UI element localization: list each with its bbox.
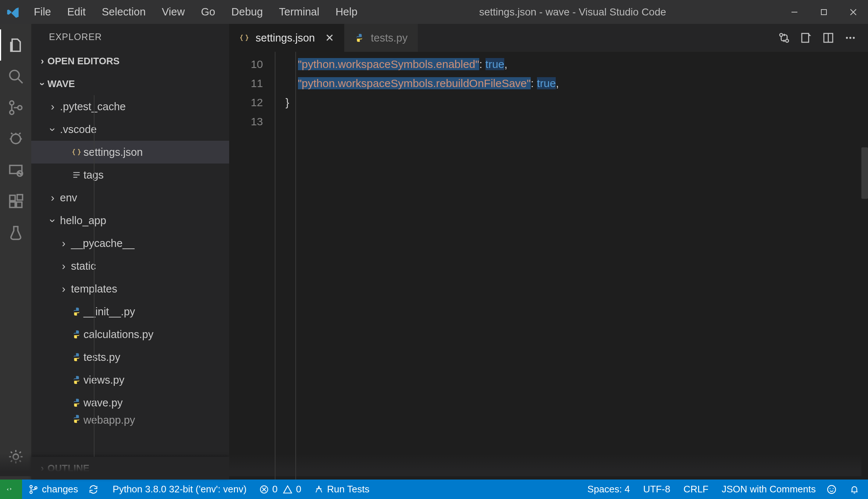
menu-view[interactable]: View bbox=[154, 6, 193, 18]
status-branch[interactable]: changes bbox=[22, 480, 85, 499]
json-file-icon bbox=[239, 33, 249, 43]
file-wave-py[interactable]: wave.py bbox=[31, 391, 229, 414]
minimap-thumb[interactable] bbox=[861, 147, 868, 199]
status-language[interactable]: JSON with Comments bbox=[715, 480, 822, 499]
menu-help[interactable]: Help bbox=[327, 6, 366, 18]
status-notifications[interactable] bbox=[844, 480, 868, 499]
svg-point-34 bbox=[30, 485, 32, 488]
activity-remote[interactable] bbox=[0, 154, 31, 186]
status-encoding[interactable]: UTF-8 bbox=[637, 480, 677, 499]
svg-point-26 bbox=[780, 33, 783, 36]
window-maximize-button[interactable] bbox=[809, 0, 839, 24]
code-line: "python.workspaceSymbols.rebuildOnFileSa… bbox=[273, 74, 861, 93]
svg-point-33 bbox=[853, 37, 855, 39]
activity-settings[interactable] bbox=[0, 448, 31, 480]
folder-templates[interactable]: ›templates bbox=[31, 277, 229, 300]
menu-file[interactable]: File bbox=[26, 6, 59, 18]
file--init-py[interactable]: __init__.py bbox=[31, 300, 229, 323]
menu-go[interactable]: Go bbox=[193, 6, 223, 18]
file-tests-py[interactable]: tests.py bbox=[31, 346, 229, 369]
svg-point-41 bbox=[829, 488, 830, 489]
folder-static[interactable]: ›static bbox=[31, 255, 229, 277]
python-file-icon bbox=[355, 33, 364, 43]
line-number: 11 bbox=[229, 74, 263, 93]
chevron-right-icon: › bbox=[46, 192, 59, 204]
folder--pycache-[interactable]: ›__pycache__ bbox=[31, 232, 229, 255]
status-sync[interactable] bbox=[85, 480, 106, 499]
section-open-editors[interactable]: › OPEN EDITORS bbox=[31, 50, 229, 72]
svg-rect-1 bbox=[821, 10, 826, 15]
split-editor-icon[interactable] bbox=[817, 24, 839, 52]
file-views-py[interactable]: views.py bbox=[31, 369, 229, 391]
svg-point-32 bbox=[849, 37, 851, 39]
json-file-icon bbox=[70, 147, 83, 157]
section-workspace[interactable]: › WAVE bbox=[31, 72, 229, 95]
file-calculations-py[interactable]: calculations.py bbox=[31, 323, 229, 346]
more-actions-icon[interactable] bbox=[839, 24, 861, 52]
tab-close-icon[interactable]: ✕ bbox=[325, 32, 334, 44]
svg-point-42 bbox=[833, 488, 834, 489]
tree-item-label: .pytest_cache bbox=[59, 101, 126, 113]
menu-selection[interactable]: Selection bbox=[94, 6, 154, 18]
file-settings-json[interactable]: settings.json bbox=[31, 141, 229, 164]
tab-tests-py[interactable]: tests.py bbox=[344, 24, 418, 52]
window-minimize-button[interactable] bbox=[780, 0, 809, 24]
tree-item-label: settings.json bbox=[83, 146, 143, 158]
svg-rect-18 bbox=[10, 195, 15, 201]
code-line: } bbox=[273, 93, 861, 112]
status-warnings-count: 0 bbox=[296, 484, 301, 495]
status-eol[interactable]: CRLF bbox=[677, 480, 715, 499]
sidebar: EXPLORER › OPEN EDITORS › WAVE ›.pytest_… bbox=[31, 24, 229, 480]
code-editor[interactable]: 10111213 "python.workspaceSymbols.enable… bbox=[229, 52, 868, 480]
tree-item-label: views.py bbox=[83, 374, 124, 386]
minimap[interactable] bbox=[861, 52, 868, 480]
tree-item-label: static bbox=[70, 260, 96, 272]
tree-item-label: __init__.py bbox=[83, 306, 135, 318]
svg-point-7 bbox=[10, 110, 14, 114]
file-webapp-py[interactable]: webapp.py bbox=[31, 414, 229, 429]
git-compare-icon[interactable] bbox=[773, 24, 795, 52]
tree-item-label: webapp.py bbox=[83, 414, 135, 426]
section-open-editors-label: OPEN EDITORS bbox=[47, 55, 120, 67]
tab-settings-json[interactable]: settings.json✕ bbox=[229, 24, 344, 52]
status-spaces[interactable]: Spaces: 4 bbox=[581, 480, 637, 499]
activity-source-control[interactable] bbox=[0, 92, 31, 123]
chevron-right-icon: › bbox=[57, 260, 70, 272]
status-language-label: JSON with Comments bbox=[722, 484, 816, 495]
status-feedback[interactable] bbox=[822, 480, 844, 499]
chevron-down-icon: › bbox=[47, 123, 59, 136]
file-tags[interactable]: tags bbox=[31, 164, 229, 186]
folder--pytest-cache[interactable]: ›.pytest_cache bbox=[31, 95, 229, 118]
svg-line-13 bbox=[19, 133, 21, 134]
menu-edit[interactable]: Edit bbox=[59, 6, 94, 18]
menu-terminal[interactable]: Terminal bbox=[271, 6, 328, 18]
tree-item-label: tests.py bbox=[83, 351, 120, 363]
svg-point-40 bbox=[828, 485, 836, 493]
folder-env[interactable]: ›env bbox=[31, 186, 229, 209]
tree-item-label: .vscode bbox=[59, 123, 97, 136]
code-content[interactable]: "python.workspaceSymbols.enabled": true,… bbox=[273, 52, 861, 480]
section-outline-label: OUTLINE bbox=[47, 463, 89, 474]
activity-debug[interactable] bbox=[0, 123, 31, 154]
title-bar: FileEditSelectionViewGoDebugTerminalHelp… bbox=[0, 0, 868, 24]
python-file-icon bbox=[70, 352, 83, 362]
activity-bar bbox=[0, 24, 31, 480]
activity-explorer[interactable] bbox=[0, 29, 31, 61]
activity-extensions[interactable] bbox=[0, 186, 31, 217]
open-preview-icon[interactable] bbox=[795, 24, 817, 52]
status-run-tests[interactable]: Run Tests bbox=[308, 480, 376, 499]
activity-search[interactable] bbox=[0, 61, 31, 92]
vscode-logo bbox=[0, 6, 26, 18]
line-number: 13 bbox=[229, 112, 263, 131]
status-problems[interactable]: 0 0 bbox=[253, 480, 308, 499]
activity-testing[interactable] bbox=[0, 217, 31, 248]
menu-debug[interactable]: Debug bbox=[223, 6, 271, 18]
chevron-right-icon: › bbox=[57, 283, 70, 295]
status-remote[interactable] bbox=[0, 480, 22, 499]
folder--vscode[interactable]: ›.vscode bbox=[31, 118, 229, 141]
window-close-button[interactable] bbox=[839, 0, 868, 24]
section-outline[interactable]: › OUTLINE bbox=[31, 457, 229, 480]
folder-hello-app[interactable]: ›hello_app bbox=[31, 209, 229, 232]
status-python[interactable]: Python 3.8.0 32-bit ('env': venv) bbox=[106, 480, 253, 499]
chevron-right-icon: › bbox=[46, 101, 59, 113]
